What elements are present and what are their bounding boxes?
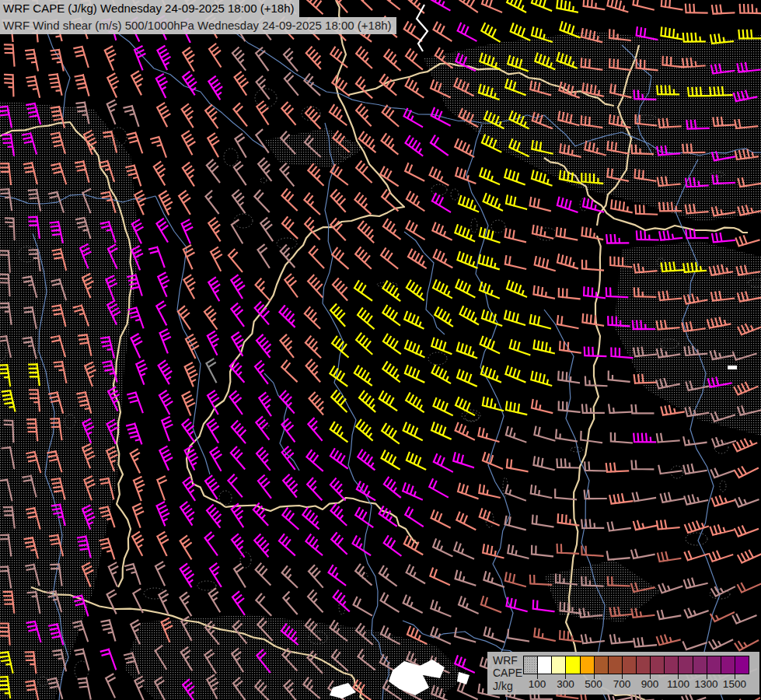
legend-cell	[565, 656, 580, 674]
legend-tick-label: 500	[585, 678, 602, 690]
legend-cell	[523, 656, 538, 674]
legend-cell	[594, 656, 609, 674]
legend-cell	[580, 656, 595, 674]
legend-cell	[551, 656, 566, 674]
legend-label-wrf: WRF	[493, 655, 518, 667]
legend-cell	[650, 656, 665, 674]
cape-legend: WRF CAPE J/kg 10030050070090011001300150…	[487, 652, 759, 695]
weather-map-canvas	[0, 0, 761, 700]
legend-label-cape: CAPE	[493, 667, 522, 679]
title-line-shear: WRF Wind shear (m/s) 500/1000hPa Wednesd…	[0, 17, 396, 34]
legend-tick-label: 300	[557, 678, 574, 690]
legend-cell	[721, 656, 735, 674]
legend-cell	[537, 656, 552, 674]
legend-cell	[664, 656, 679, 674]
title-line-cape: WRF CAPE (J/kg) Wednesday 24-09-2025 18:…	[0, 0, 299, 17]
legend-cell	[693, 656, 707, 674]
legend-cell	[608, 656, 623, 674]
legend-tick-label: 1100	[667, 678, 689, 690]
legend-tick-label: 1300	[695, 678, 718, 690]
legend-tick-label: 100	[529, 678, 546, 690]
legend-label-unit: J/kg	[493, 681, 513, 692]
legend-cell	[678, 656, 693, 674]
wrf-forecast-map: WRF CAPE (J/kg) Wednesday 24-09-2025 18:…	[0, 0, 761, 700]
legend-tick-label: 900	[641, 678, 659, 690]
legend-cell	[735, 656, 749, 674]
legend-cell	[636, 656, 651, 674]
legend-tick-label: 1500	[723, 678, 746, 690]
legend-cell	[707, 656, 721, 674]
legend-cell	[622, 656, 637, 674]
legend-tick-label: 700	[613, 678, 631, 690]
